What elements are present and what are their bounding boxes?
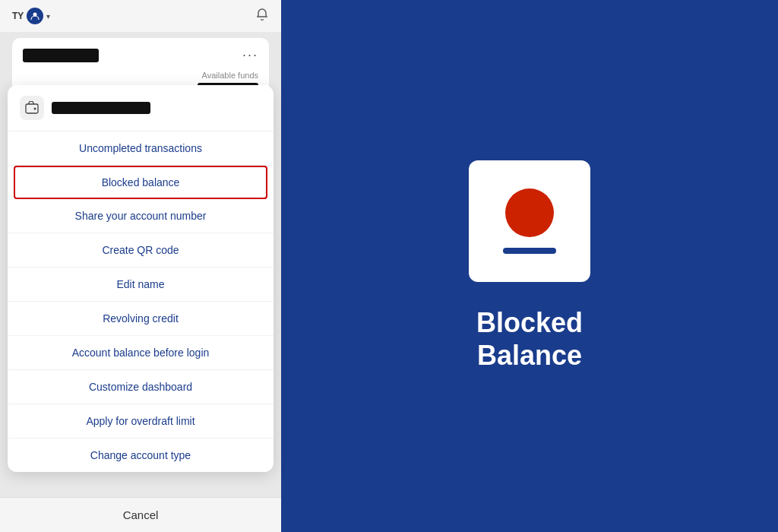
top-bar: TY ▾ — [0, 0, 281, 32]
wallet-icon — [20, 96, 44, 120]
avatar — [27, 8, 43, 24]
menu-item-customize-dashboard[interactable]: Customize dashboard — [8, 370, 274, 404]
card-illustration — [469, 160, 590, 282]
menu-item-edit-name[interactable]: Edit name — [8, 268, 274, 302]
dropdown-header — [8, 85, 274, 131]
menu-item-uncompleted[interactable]: Uncompleted transactions — [8, 131, 274, 166]
menu-item-share-account[interactable]: Share your account number — [8, 199, 274, 233]
account-number-redacted — [52, 102, 150, 114]
menu-item-overdraft[interactable]: Apply for overdraft limit — [8, 404, 274, 439]
account-card-header: ··· — [23, 47, 258, 63]
available-funds-label: Available funds — [23, 71, 258, 80]
right-panel-title: BlockedBalance — [476, 306, 583, 372]
user-initials: TY — [12, 11, 24, 21]
red-circle-icon — [505, 188, 554, 237]
top-bar-left: TY ▾ — [12, 8, 50, 24]
menu-item-account-balance-login[interactable]: Account balance before login — [8, 336, 274, 370]
account-name-redacted — [23, 49, 99, 62]
cancel-button[interactable]: Cancel — [0, 497, 281, 532]
menu-item-change-account-type[interactable]: Change account type — [8, 439, 274, 472]
navy-bar-icon — [503, 248, 556, 254]
menu-item-qr-code[interactable]: Create QR code — [8, 233, 274, 268]
menu-item-revolving-credit[interactable]: Revolving credit — [8, 302, 274, 336]
menu-item-blocked-balance[interactable]: Blocked balance — [14, 166, 267, 199]
svg-point-5 — [34, 108, 36, 110]
dropdown-menu: Uncompleted transactions Blocked balance… — [8, 85, 274, 472]
svg-rect-4 — [26, 104, 38, 113]
three-dots-menu[interactable]: ··· — [242, 47, 258, 63]
chevron-down-icon[interactable]: ▾ — [46, 12, 50, 21]
right-panel: BlockedBalance — [281, 0, 778, 532]
bell-icon[interactable] — [255, 8, 269, 24]
left-panel: TY ▾ ··· Available funds PLN — [0, 0, 281, 532]
